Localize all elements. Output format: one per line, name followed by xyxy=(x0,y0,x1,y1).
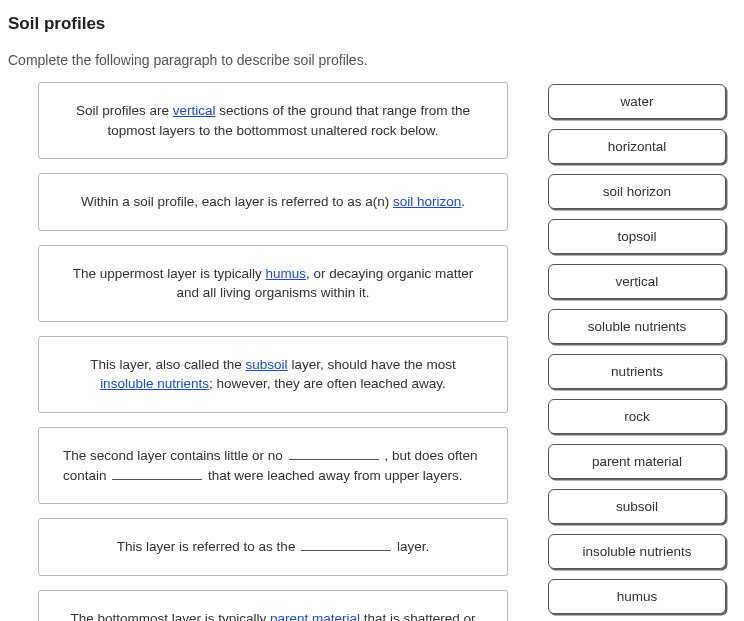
option-topsoil[interactable]: topsoil xyxy=(548,219,726,254)
sentence-text: Within a soil profile, each layer is ref… xyxy=(81,194,393,209)
option-water[interactable]: water xyxy=(548,84,726,119)
sentence-text: Soil profiles are xyxy=(76,103,173,118)
sentence-1[interactable]: Soil profiles are vertical sections of t… xyxy=(38,82,508,159)
sentence-text: ; however, they are often leached away. xyxy=(209,376,446,391)
filled-answer[interactable]: parent material xyxy=(270,611,360,621)
sentence-4[interactable]: This layer, also called the subsoil laye… xyxy=(38,336,508,413)
blank-slot[interactable] xyxy=(301,538,391,552)
option-parent-material[interactable]: parent material xyxy=(548,444,726,479)
sentences-column: Soil profiles are vertical sections of t… xyxy=(8,82,508,621)
sentence-text: The bottommost layer is typically xyxy=(70,611,270,621)
option-nutrients[interactable]: nutrients xyxy=(548,354,726,389)
sentence-text: layer. xyxy=(393,539,429,554)
options-column: water horizontal soil horizon topsoil ve… xyxy=(508,82,736,621)
filled-answer[interactable]: soil horizon xyxy=(393,194,461,209)
sentence-text: layer, should have the most xyxy=(288,357,456,372)
option-humus[interactable]: humus xyxy=(548,579,726,614)
option-soil-horizon[interactable]: soil horizon xyxy=(548,174,726,209)
sentence-text: The second layer contains little or no xyxy=(63,448,287,463)
option-horizontal[interactable]: horizontal xyxy=(548,129,726,164)
sentence-text: . xyxy=(461,194,465,209)
filled-answer[interactable]: subsoil xyxy=(246,357,288,372)
sentence-7[interactable]: The bottommost layer is typically parent… xyxy=(38,590,508,621)
option-vertical[interactable]: vertical xyxy=(548,264,726,299)
sentence-3[interactable]: The uppermost layer is typically humus, … xyxy=(38,245,508,322)
option-soluble-nutrients[interactable]: soluble nutrients xyxy=(548,309,726,344)
sentence-text: The uppermost layer is typically xyxy=(73,266,266,281)
filled-answer[interactable]: humus xyxy=(265,266,306,281)
sentence-6[interactable]: This layer is referred to as the layer. xyxy=(38,518,508,576)
filled-answer[interactable]: insoluble nutrients xyxy=(100,376,209,391)
sentence-5[interactable]: The second layer contains little or no ,… xyxy=(38,427,508,504)
option-subsoil[interactable]: subsoil xyxy=(548,489,726,524)
sentence-text: This layer is referred to as the xyxy=(117,539,299,554)
instructions-text: Complete the following paragraph to desc… xyxy=(8,52,736,68)
blank-slot[interactable] xyxy=(289,446,379,460)
page-title: Soil profiles xyxy=(8,14,736,34)
option-insoluble-nutrients[interactable]: insoluble nutrients xyxy=(548,534,726,569)
blank-slot[interactable] xyxy=(112,466,202,480)
option-rock[interactable]: rock xyxy=(548,399,726,434)
sentence-text: that were leached away from upper layers… xyxy=(204,468,462,483)
sentence-2[interactable]: Within a soil profile, each layer is ref… xyxy=(38,173,508,231)
sentence-text: This layer, also called the xyxy=(90,357,245,372)
filled-answer[interactable]: vertical xyxy=(173,103,216,118)
